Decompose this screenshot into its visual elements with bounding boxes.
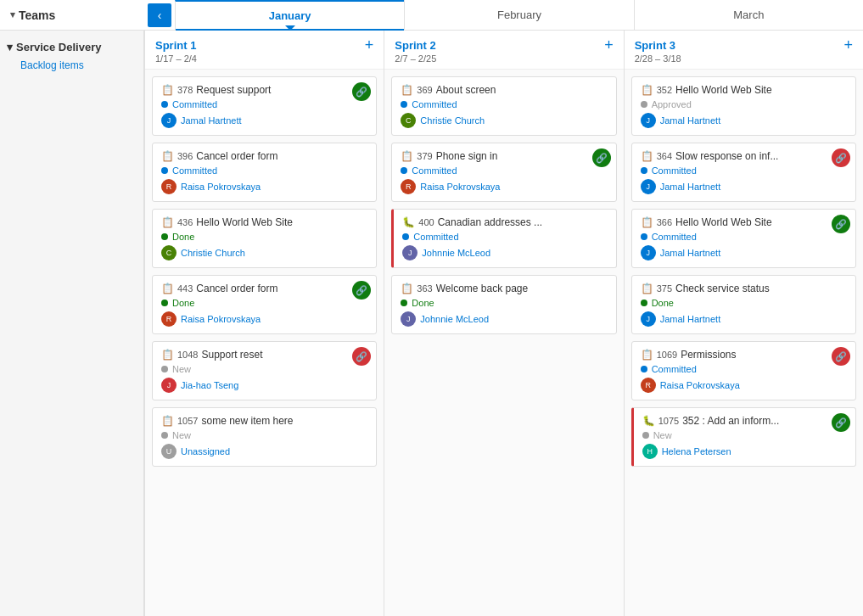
- tab-february[interactable]: February: [404, 0, 633, 31]
- card-assignee: J Jamal Hartnett: [641, 311, 847, 327]
- card-item[interactable]: 📋 369 About screen Committed C Christie …: [391, 76, 616, 136]
- sprint-dates: 2/7 – 2/25: [395, 53, 436, 64]
- card-title: Permissions: [681, 349, 847, 361]
- sidebar-item-backlog[interactable]: Backlog items: [0, 57, 143, 74]
- card-assignee: J Jia-hao Tseng: [161, 378, 367, 393]
- card-status: Done: [161, 232, 367, 242]
- link-badge[interactable]: 🔗: [832, 413, 850, 432]
- status-dot: [641, 167, 647, 174]
- card-status: Done: [641, 298, 847, 308]
- sidebar-service-delivery[interactable]: ▾ Service Delivery: [0, 37, 143, 57]
- card-title: Cancel order form: [196, 283, 367, 294]
- link-badge[interactable]: 🔗: [352, 347, 371, 366]
- avatar: J: [641, 311, 656, 327]
- card-id: 443: [177, 283, 193, 294]
- assignee-name: Jia-hao Tseng: [181, 380, 238, 390]
- assignee-name: Christie Church: [420, 115, 485, 126]
- card-item[interactable]: 📋 1048 Support reset New J Jia-hao Tseng…: [152, 341, 377, 400]
- app-container: ▾ Teams ‹ January February March ▾ Servi…: [0, 0, 863, 616]
- card-status: New: [161, 430, 367, 440]
- card-item[interactable]: 📋 363 Welcome back page Done J Johnnie M…: [391, 275, 616, 334]
- card-assignee: C Christie Church: [401, 113, 607, 128]
- link-badge[interactable]: 🔗: [832, 148, 850, 167]
- book-icon: 📋: [161, 84, 174, 96]
- card-assignee: C Christie Church: [161, 245, 367, 260]
- status-label: Done: [412, 298, 434, 308]
- card-id: 1075: [658, 416, 679, 426]
- card-id: 375: [657, 283, 672, 294]
- card-id: 366: [657, 217, 672, 227]
- card-assignee: H Helena Petersen: [642, 444, 847, 459]
- link-badge[interactable]: 🔗: [832, 215, 850, 233]
- card-item[interactable]: 📋 375 Check service status Done J Jamal …: [631, 275, 856, 334]
- sprint-header-sprint1: Sprint 1 1/17 – 2/4 +: [145, 31, 384, 70]
- sprint-title: Sprint 1: [155, 39, 197, 52]
- sprint-add-button[interactable]: +: [365, 37, 374, 53]
- card-item[interactable]: 📋 379 Phone sign in Committed R Raisa Po…: [391, 143, 616, 202]
- card-item[interactable]: 📋 366 Hello World Web Site Committed J J…: [631, 209, 856, 268]
- nav-back-button[interactable]: ‹: [148, 3, 171, 27]
- cards-list: 📋 352 Hello World Web Site Approved J Ja…: [625, 70, 863, 473]
- assignee-name: Johnnie McLeod: [420, 314, 489, 324]
- card-id: 379: [417, 151, 432, 161]
- assignee-name: Unassigned: [181, 446, 230, 456]
- status-dot: [161, 432, 168, 439]
- card-item[interactable]: 📋 396 Cancel order form Committed R Rais…: [152, 143, 377, 202]
- card-item[interactable]: 📋 1069 Permissions Committed R Raisa Pok…: [631, 341, 856, 400]
- book-icon: 📋: [161, 150, 174, 162]
- status-dot: [161, 366, 168, 372]
- avatar: U: [161, 444, 177, 459]
- link-badge[interactable]: 🔗: [832, 347, 850, 366]
- sprint-add-button[interactable]: +: [604, 37, 614, 53]
- card-item[interactable]: 📋 378 Request support Committed J Jamal …: [152, 76, 377, 136]
- card-status: Committed: [641, 364, 847, 374]
- status-label: Committed: [652, 232, 697, 242]
- bug-icon: 🐛: [642, 415, 655, 427]
- card-title: Check service status: [675, 283, 847, 294]
- card-title: Hello World Web Site: [675, 84, 847, 96]
- card-item[interactable]: 🐛 400 Canadian addresses ... Committed J…: [391, 209, 616, 268]
- card-status: Approved: [641, 99, 847, 109]
- card-status: New: [161, 364, 367, 374]
- status-dot: [161, 101, 168, 108]
- card-item[interactable]: 📋 436 Hello World Web Site Done C Christ…: [152, 209, 377, 268]
- card-assignee: J Jamal Hartnett: [641, 113, 847, 128]
- card-id: 436: [177, 217, 193, 227]
- sprint-dates: 1/17 – 2/4: [155, 53, 197, 64]
- assignee-name: Raisa Pokrovskaya: [420, 182, 500, 192]
- status-label: New: [172, 430, 191, 440]
- tab-march[interactable]: March: [634, 0, 863, 31]
- avatar: J: [161, 378, 177, 393]
- card-header-row: 📋 379 Phone sign in: [401, 150, 607, 162]
- card-title: Welcome back page: [436, 283, 608, 294]
- sprint-add-button[interactable]: +: [843, 37, 853, 53]
- card-assignee: R Raisa Pokrovskaya: [401, 179, 607, 194]
- card-item[interactable]: 📋 352 Hello World Web Site Approved J Ja…: [631, 76, 856, 136]
- assignee-name: Raisa Pokrovskaya: [181, 314, 261, 324]
- card-header-row: 📋 1048 Support reset: [161, 349, 367, 361]
- card-item[interactable]: 📋 364 Slow response on inf... Committed …: [631, 143, 856, 202]
- sprint-title: Sprint 2: [395, 39, 436, 52]
- book-icon: 📋: [401, 150, 413, 162]
- status-label: Approved: [652, 99, 692, 109]
- link-badge[interactable]: 🔗: [352, 82, 371, 101]
- status-dot: [401, 101, 407, 108]
- card-item[interactable]: 🐛 1075 352 : Add an inform... New H Hele…: [631, 407, 856, 467]
- card-item[interactable]: 📋 443 Cancel order form Done R Raisa Pok…: [152, 275, 377, 334]
- teams-label-text: Teams: [19, 8, 55, 22]
- status-dot: [641, 233, 647, 240]
- link-badge[interactable]: 🔗: [592, 148, 611, 167]
- status-dot: [401, 167, 407, 174]
- status-dot: [641, 300, 647, 306]
- tab-january[interactable]: January: [175, 0, 404, 31]
- avatar: H: [642, 444, 658, 459]
- card-status: Committed: [401, 99, 607, 109]
- link-badge[interactable]: 🔗: [352, 281, 371, 300]
- sprint-header-sprint3: Sprint 3 2/28 – 3/18 +: [625, 31, 863, 70]
- card-item[interactable]: 📋 1057 some new item here New U Unassign…: [152, 407, 377, 467]
- book-icon: 📋: [161, 283, 174, 294]
- bug-icon: 🐛: [402, 216, 415, 228]
- card-header-row: 📋 1069 Permissions: [641, 349, 847, 361]
- card-title: Phone sign in: [436, 150, 608, 162]
- card-status: Committed: [641, 232, 847, 242]
